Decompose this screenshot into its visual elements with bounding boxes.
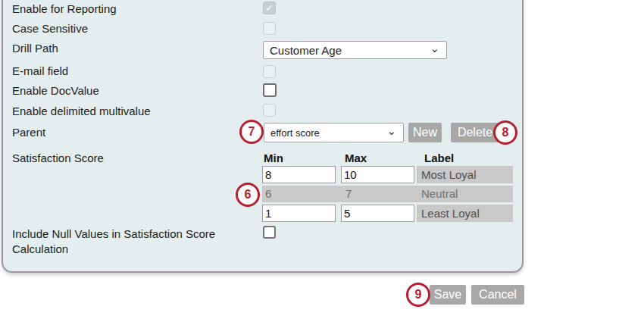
score-table-row-disabled: 6 7 Neutral [262, 186, 513, 202]
include-null-label: Include Null Values in Satisfaction Scor… [12, 227, 264, 257]
annotation-circle-9: 9 [406, 283, 430, 307]
min-column-header: Min [262, 152, 341, 164]
min-value-row2: 6 [262, 186, 341, 202]
label-cell-row2: Neutral [417, 186, 513, 202]
email-field-checkbox[interactable] [263, 65, 276, 78]
email-field-label: E-mail field [12, 64, 68, 79]
chevron-down-icon: ⌄ [386, 127, 403, 135]
label-cell-row3: Least Loyal [417, 205, 513, 222]
delete-button[interactable]: Delete [451, 123, 499, 142]
case-sensitive-label: Case Sensitive [12, 21, 88, 36]
cancel-button[interactable]: Cancel [471, 285, 524, 305]
enable-reporting-checkbox[interactable]: ✓ [263, 2, 276, 14]
enable-delimited-label: Enable delimited multivalue [12, 104, 151, 119]
label-column-header: Label [417, 152, 513, 164]
enable-reporting-label: Enable for Reporting [12, 2, 117, 17]
parent-selected-value: effort score [264, 127, 386, 139]
enable-delimited-checkbox[interactable] [263, 104, 276, 117]
satisfaction-score-label: Satisfaction Score [12, 151, 104, 166]
annotation-circle-7: 7 [239, 120, 264, 144]
score-table-header: Min Max Label [262, 152, 513, 164]
enable-docvalue-label: Enable DocValue [12, 83, 99, 98]
parent-label: Parent [12, 125, 45, 140]
label-cell-row1: Most Loyal [417, 166, 513, 183]
max-value-row2: 7 [341, 186, 417, 202]
check-icon: ✓ [265, 3, 274, 13]
annotation-circle-8: 8 [493, 120, 517, 145]
max-column-header: Max [341, 152, 417, 164]
case-sensitive-checkbox[interactable] [263, 22, 276, 35]
parent-select[interactable]: effort score ⌄ [264, 123, 404, 142]
enable-docvalue-checkbox[interactable] [263, 83, 277, 97]
include-null-checkbox[interactable] [263, 226, 276, 239]
drill-path-select[interactable]: Customer Age ⌄ [263, 41, 447, 59]
min-input-row3[interactable] [262, 205, 336, 222]
save-button[interactable]: Save [430, 285, 466, 305]
drill-path-label: Drill Path [12, 41, 58, 56]
max-input-row1[interactable] [341, 166, 414, 183]
chevron-down-icon: ⌄ [430, 45, 446, 52]
annotation-circle-6: 6 [236, 183, 260, 207]
drill-path-selected-value: Customer Age [264, 44, 430, 57]
new-button[interactable]: New [408, 123, 442, 142]
max-input-row3[interactable] [341, 205, 414, 222]
min-input-row1[interactable] [262, 166, 336, 183]
